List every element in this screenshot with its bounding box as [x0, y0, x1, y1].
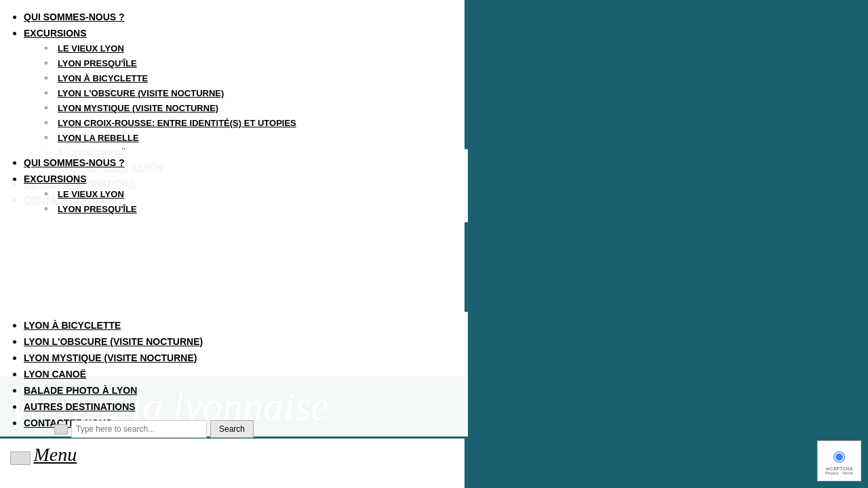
recaptcha-label: reCAPTCHA: [826, 466, 853, 471]
nav-item-bicyclette-3: LYON À BICYCLETTE: [24, 319, 458, 331]
nav-link-balade-3[interactable]: BALADE PHOTO À LYON: [24, 385, 137, 396]
search-button[interactable]: Search: [210, 420, 254, 438]
nav-item-excursions-2: EXCURSIONS LE VIEUX LYON LYON PRESQU'ÎLE: [24, 173, 458, 215]
nav-subitem-mystique-1: LYON MYSTIQUE (VISITE NOCTURNE): [44, 102, 454, 114]
nav-subitem-obscure-1: LYON L'OBSCURE (VISITE NOCTURNE): [44, 87, 454, 99]
nav-link-vieux-lyon-1[interactable]: LE VIEUX LYON: [58, 43, 124, 54]
nav-subitem-vieux-lyon-2: LE VIEUX LYON: [44, 188, 458, 200]
nav-subitem-presquile-2: LYON PRESQU'ÎLE: [44, 203, 458, 215]
logo-small-icon: [54, 424, 68, 434]
background-teal: [465, 0, 868, 488]
nav-subitem-presquile-1: LYON PRESQU'ÎLE: [44, 57, 454, 69]
nav-subitem-bicyclette-1: LYON À BICYCLETTE: [44, 72, 454, 84]
nav-link-excursions-2[interactable]: EXCURSIONS: [24, 174, 87, 184]
excursions-sublist-2: LE VIEUX LYON LYON PRESQU'ÎLE: [24, 188, 458, 215]
nav-link-vieux-lyon-2[interactable]: LE VIEUX LYON: [58, 189, 124, 199]
search-area: Search: [54, 420, 254, 438]
nav-link-presquile-2[interactable]: LYON PRESQU'ÎLE: [58, 204, 137, 214]
nav-link-rebelle-1[interactable]: LYON LA REBELLE: [58, 133, 139, 143]
nav-item-qui-sommes-nous-1: QUI SOMMES-NOUS ?: [24, 11, 454, 23]
nav-overlay-2: QUI SOMMES-NOUS ? EXCURSIONS LE VIEUX LY…: [0, 149, 468, 222]
menu-section: Menu: [10, 444, 77, 466]
recaptcha-terms: Privacy - Terms: [825, 471, 853, 475]
nav-link-qui-sommes-nous-2[interactable]: QUI SOMMES-NOUS ?: [24, 157, 125, 168]
nav-link-mystique-3[interactable]: LYON MYSTIQUE (VISITE NOCTURNE): [24, 352, 197, 363]
nav-item-mystique-3: LYON MYSTIQUE (VISITE NOCTURNE): [24, 352, 458, 364]
nav-subitem-vieux-lyon-1: LE VIEUX LYON: [44, 42, 454, 54]
nav-link-excursions-1[interactable]: EXCURSIONS: [24, 28, 87, 39]
search-input[interactable]: [71, 420, 207, 438]
recaptcha-badge: ◉ reCAPTCHA Privacy - Terms: [817, 441, 861, 481]
nav-link-presquile-1[interactable]: LYON PRESQU'ÎLE: [58, 58, 137, 68]
nav-link-obscure-1[interactable]: LYON L'OBSCURE (VISITE NOCTURNE): [58, 88, 224, 98]
nav-subitem-rebelle-1: LYON LA REBELLE: [44, 131, 454, 144]
nav-link-croix-rousse-1[interactable]: LYON CROIX-ROUSSE: ENTRE IDENTITÉ(S) ET …: [58, 118, 296, 128]
nav-link-canoe-3[interactable]: LYON CANOË: [24, 369, 86, 380]
nav-link-autres-3[interactable]: AUTRES DESTINATIONS: [24, 401, 136, 412]
nav-item-balade-3: BALADE PHOTO À LYON: [24, 384, 458, 396]
nav-link-obscure-3[interactable]: LYON L'OBSCURE (VISITE NOCTURNE): [24, 336, 203, 347]
nav-item-autres-3: AUTRES DESTINATIONS: [24, 401, 458, 413]
nav-link-qui-sommes-nous-1[interactable]: QUI SOMMES-NOUS ?: [24, 12, 125, 22]
recaptcha-icon: ◉: [833, 447, 846, 465]
main-nav-list-2: QUI SOMMES-NOUS ? EXCURSIONS LE VIEUX LY…: [10, 157, 458, 215]
nav-link-bicyclette-1[interactable]: LYON À BICYCLETTE: [58, 73, 148, 83]
main-nav-list-3: LYON À BICYCLETTE LYON L'OBSCURE (VISITE…: [10, 319, 458, 429]
nav-item-canoe-3: LYON CANOË: [24, 368, 458, 380]
menu-link[interactable]: Menu: [33, 444, 77, 465]
nav-overlay-3: LYON À BICYCLETTE LYON L'OBSCURE (VISITE…: [0, 312, 468, 436]
nav-link-bicyclette-3[interactable]: LYON À BICYCLETTE: [24, 320, 121, 331]
dot-decoration: [412, 268, 416, 272]
nav-item-qui-sommes-nous-2: QUI SOMMES-NOUS ?: [24, 157, 458, 169]
nav-subitem-croix-rousse-1: LYON CROIX-ROUSSE: ENTRE IDENTITÉ(S) ET …: [44, 117, 454, 129]
logo-placeholder-icon: [10, 451, 31, 465]
nav-item-obscure-3: LYON L'OBSCURE (VISITE NOCTURNE): [24, 336, 458, 348]
nav-link-mystique-1[interactable]: LYON MYSTIQUE (VISITE NOCTURNE): [58, 103, 218, 113]
